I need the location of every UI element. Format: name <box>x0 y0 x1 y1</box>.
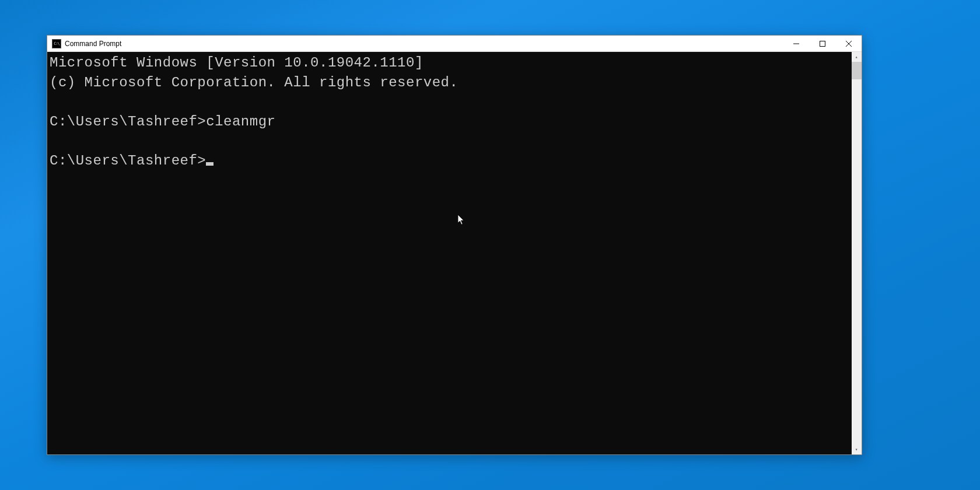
terminal-prompt: C:\Users\Tashreef> <box>50 153 206 169</box>
scroll-thumb[interactable] <box>852 62 862 79</box>
text-cursor <box>206 162 214 166</box>
scroll-down-arrow-icon[interactable]: ▾ <box>852 444 862 454</box>
terminal-line: Microsoft Windows [Version 10.0.19042.11… <box>50 55 424 71</box>
terminal-output[interactable]: Microsoft Windows [Version 10.0.19042.11… <box>47 52 862 454</box>
titlebar[interactable]: C:\ Command Prompt <box>47 36 862 52</box>
close-icon <box>846 41 852 47</box>
scroll-up-arrow-icon[interactable]: ▴ <box>852 52 862 62</box>
app-icon-label: C:\ <box>54 41 60 46</box>
terminal-line: (c) Microsoft Corporation. All rights re… <box>50 75 458 90</box>
command-prompt-window: C:\ Command Prompt Microsoft Windows [Ve… <box>47 35 862 455</box>
mouse-cursor-icon <box>406 192 465 251</box>
svg-rect-1 <box>820 41 825 46</box>
maximize-button[interactable] <box>809 36 835 51</box>
minimize-button[interactable] <box>783 36 809 51</box>
app-icon: C:\ <box>52 39 61 48</box>
terminal-line: C:\Users\Tashreef>cleanmgr <box>50 114 275 130</box>
scroll-track[interactable] <box>852 62 862 444</box>
maximize-icon <box>820 41 825 47</box>
minimize-icon <box>793 41 799 47</box>
close-button[interactable] <box>835 36 862 51</box>
window-controls <box>783 36 862 51</box>
window-title: Command Prompt <box>65 40 783 48</box>
vertical-scrollbar[interactable]: ▴ ▾ <box>852 52 862 454</box>
